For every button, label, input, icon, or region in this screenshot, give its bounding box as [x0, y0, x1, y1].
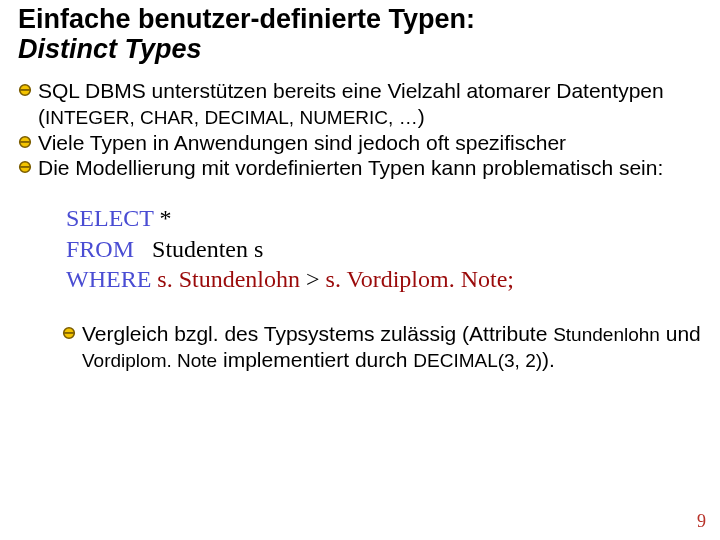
sub-mid: und	[660, 322, 701, 345]
sql-keyword-select: SELECT	[66, 205, 154, 231]
sql-line: FROM Studenten s	[66, 234, 702, 265]
bullet-icon	[18, 83, 32, 97]
svg-rect-3	[20, 141, 30, 143]
sql-example: SELECT * FROM Studenten s WHERE s. Stund…	[66, 203, 702, 295]
sql-keyword-from: FROM	[66, 236, 134, 262]
sql-line: SELECT *	[66, 203, 702, 234]
bullet-text: Viele Typen in Anwendungen sind jedoch o…	[38, 130, 566, 156]
title-line-1: Einfache benutzer-definierte Typen:	[18, 4, 702, 34]
bullet-item: Viele Typen in Anwendungen sind jedoch o…	[18, 130, 702, 156]
sql-line: WHERE s. Stundenlohn > s. Vordiplom. Not…	[66, 264, 702, 295]
title-line-2: Distinct Types	[18, 34, 702, 64]
bullet-text: SQL DBMS unterstützen bereits eine Vielz…	[38, 78, 702, 129]
bullet-item: SQL DBMS unterstützen bereits eine Vielz…	[18, 78, 702, 129]
sql-keyword-where: WHERE	[66, 266, 151, 292]
sub-bullet-list: Vergleich bzgl. des Typsystems zulässig …	[62, 321, 702, 372]
slide-title: Einfache benutzer-definierte Typen: Dist…	[18, 4, 702, 64]
svg-rect-1	[20, 90, 30, 92]
sub-bullet-item: Vergleich bzgl. des Typsystems zulässig …	[62, 321, 702, 372]
sub-bullet-text: Vergleich bzgl. des Typsystems zulässig …	[82, 321, 702, 372]
bullet-list: SQL DBMS unterstützen bereits eine Vielz…	[18, 78, 702, 180]
bullet-text: Die Modellierung mit vordefinierten Type…	[38, 155, 663, 181]
bullet-item: Die Modellierung mit vordefinierten Type…	[18, 155, 702, 181]
page-number: 9	[697, 511, 706, 532]
bullet-icon	[62, 326, 76, 340]
sub-part2: implementiert durch	[217, 348, 413, 371]
sub-attr2: Vordiplom. Note	[82, 350, 217, 371]
sub-part1: Vergleich bzgl. des Typsystems zulässig …	[82, 322, 553, 345]
bullet-icon	[18, 160, 32, 174]
slide: Einfache benutzer-definierte Typen: Dist…	[0, 0, 720, 540]
sql-select-rest: *	[154, 205, 172, 231]
sql-where-rhs: s. Vordiplom. Note;	[326, 266, 514, 292]
svg-rect-5	[20, 166, 30, 168]
sub-attr1: Stundenlohn	[553, 324, 660, 345]
bullet-types: INTEGER, CHAR, DECIMAL, NUMERIC, …	[45, 107, 418, 128]
sub-tail: ).	[542, 348, 555, 371]
svg-rect-7	[64, 332, 74, 334]
sql-where-op: >	[300, 266, 326, 292]
bullet-post: )	[418, 105, 425, 128]
sql-where-lhs: s. Stundenlohn	[151, 266, 300, 292]
sub-decimal: DECIMAL(3, 2)	[413, 350, 542, 371]
bullet-icon	[18, 135, 32, 149]
sql-from-rest: Studenten s	[134, 236, 263, 262]
